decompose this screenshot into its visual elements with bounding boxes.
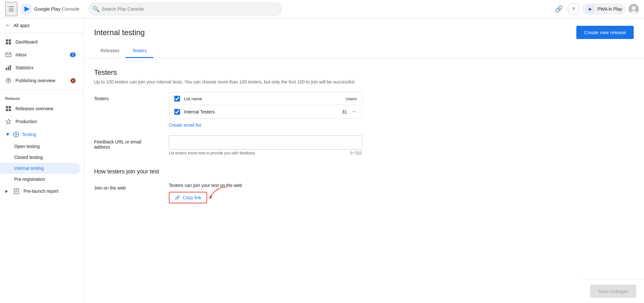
- sidebar-item-inbox[interactable]: Inbox 9: [0, 48, 81, 61]
- testers-header-checkbox[interactable]: [174, 96, 180, 102]
- create-release-button[interactable]: Create new release: [576, 26, 634, 39]
- testers-table-header: List name Users: [169, 93, 362, 105]
- inbox-icon: [5, 52, 12, 58]
- releases-overview-icon: [5, 105, 12, 112]
- dashboard-label: Dashboard: [15, 39, 38, 44]
- sidebar-item-open-testing[interactable]: Open testing: [0, 141, 81, 152]
- app-icon: ▶: [586, 5, 595, 14]
- save-changes-button[interactable]: Save changes: [590, 285, 636, 298]
- feedback-char-count: 0 / 512: [350, 151, 362, 155]
- save-bar: Save changes: [582, 279, 644, 303]
- feedback-hint-row: Let testers know how to provide you with…: [169, 151, 362, 155]
- sidebar-item-publishing-overview[interactable]: Publishing overview 🔕: [0, 74, 81, 87]
- sidebar-item-statistics[interactable]: Statistics: [0, 61, 81, 74]
- svg-rect-18: [9, 109, 11, 111]
- sidebar-item-pre-launch[interactable]: ▶ Pre-launch report: [0, 185, 81, 198]
- production-label: Production: [15, 119, 37, 124]
- sidebar-item-testing[interactable]: ▼ Testing: [0, 128, 81, 141]
- copy-link-button[interactable]: 🔗 Copy link: [169, 192, 207, 203]
- all-apps-label: All apps: [14, 23, 30, 28]
- svg-rect-16: [9, 106, 11, 108]
- search-input[interactable]: [89, 3, 282, 15]
- testing-arrow-icon: ▼: [5, 132, 10, 137]
- app-info[interactable]: ▶ PWA in Play: [582, 3, 626, 15]
- create-email-list-link[interactable]: Create email list: [169, 122, 201, 128]
- open-testing-label: Open testing: [14, 144, 40, 149]
- join-section-title: How testers join your test: [94, 168, 634, 175]
- join-on-web-content: Testers can join your test on the web 🔗 …: [169, 183, 634, 203]
- menu-icon[interactable]: ☰: [5, 2, 17, 16]
- release-section-label: Release: [0, 93, 83, 102]
- feedback-url-input[interactable]: [169, 135, 362, 150]
- closed-testing-label: Closed testing: [14, 155, 43, 160]
- sidebar-item-pre-registration[interactable]: Pre-registration: [0, 174, 81, 185]
- avatar[interactable]: [629, 4, 639, 14]
- join-on-web-desc: Testers can join your test on the web: [169, 183, 634, 188]
- back-icon: ←: [5, 22, 11, 29]
- testing-icon: [13, 131, 19, 138]
- testers-row-checkbox[interactable]: [174, 109, 180, 115]
- internal-testing-label: Internal testing: [14, 166, 44, 171]
- inbox-badge: 9: [70, 53, 76, 57]
- topbar-right: 🔗 ? ▶ PWA in Play: [552, 3, 639, 15]
- main-layout: ← All apps Dashboard Inbox 9: [0, 18, 644, 303]
- tab-testers[interactable]: Testers: [126, 44, 153, 58]
- tester-user-count: 31: [321, 109, 347, 114]
- sidebar-item-internal-testing[interactable]: Internal testing: [0, 163, 81, 174]
- dashboard-icon: [5, 39, 12, 45]
- search-icon: 🔍: [92, 5, 100, 13]
- svg-rect-7: [6, 42, 8, 44]
- feedback-hint-text: Let testers know how to provide you with…: [169, 151, 255, 155]
- pre-launch-label: Pre-launch report: [24, 189, 58, 194]
- feedback-field-content: Let testers know how to provide you with…: [169, 135, 634, 155]
- svg-rect-5: [6, 39, 8, 42]
- app-name: PWA in Play: [597, 6, 622, 12]
- svg-rect-8: [9, 42, 11, 44]
- tester-row-arrow-icon[interactable]: →: [351, 108, 357, 115]
- svg-point-3: [632, 6, 636, 10]
- main-nav: Dashboard Inbox 9 Statistics Publishing: [0, 35, 83, 87]
- publishing-icon: [5, 77, 12, 84]
- testers-field-content: List name Users Internal Testers 31 → Cr…: [169, 92, 634, 128]
- avatar-icon: [629, 4, 639, 14]
- content-body: Testers Up to 100 testers can join your …: [84, 58, 644, 221]
- col-list-name: List name: [184, 96, 324, 101]
- help-icon-button[interactable]: ?: [568, 3, 579, 15]
- statistics-icon: [5, 64, 12, 71]
- sidebar-item-releases-overview[interactable]: Releases overview: [0, 102, 81, 115]
- releases-overview-label: Releases overview: [15, 106, 53, 111]
- release-section: Release Releases overview Production ▼ T…: [0, 93, 83, 198]
- publishing-overview-label: Publishing overview: [15, 78, 55, 83]
- tester-list-name: Internal Testers: [184, 109, 321, 114]
- copy-link-label: Copy link: [183, 195, 201, 200]
- annotation-arrow: [204, 185, 230, 201]
- statistics-label: Statistics: [15, 65, 34, 70]
- svg-rect-6: [9, 39, 11, 42]
- sidebar: ← All apps Dashboard Inbox 9: [0, 18, 84, 303]
- feedback-field-row: Feedback URL or email address Let tester…: [94, 135, 634, 155]
- testers-field-row: Testers List name Users Internal Testers…: [94, 92, 634, 128]
- testing-label: Testing: [22, 132, 36, 137]
- link-icon-button[interactable]: 🔗: [552, 3, 565, 15]
- inbox-label: Inbox: [15, 52, 26, 57]
- production-icon: [5, 118, 12, 125]
- svg-marker-25: [209, 195, 212, 199]
- content-area: Internal testing Create new release Rele…: [84, 18, 644, 303]
- notification-off-icon: 🔕: [70, 78, 76, 83]
- sidebar-item-production[interactable]: Production: [0, 115, 81, 128]
- play-logo-icon: [21, 4, 32, 14]
- arrow-annotation: [204, 185, 230, 202]
- testers-table: List name Users Internal Testers 31 →: [169, 92, 362, 119]
- page-title: Internal testing: [94, 28, 145, 37]
- sidebar-item-dashboard[interactable]: Dashboard: [0, 35, 81, 48]
- feedback-label: Feedback URL or email address: [94, 135, 159, 150]
- tabs-bar: Releases Testers: [84, 44, 644, 58]
- sidebar-item-closed-testing[interactable]: Closed testing: [0, 152, 81, 163]
- logo: Google Play Console: [21, 4, 80, 14]
- col-users: Users: [324, 96, 357, 101]
- table-row: Internal Testers 31 →: [169, 105, 362, 118]
- tab-releases[interactable]: Releases: [94, 44, 126, 58]
- testers-section-title: Testers: [94, 68, 634, 77]
- testers-label: Testers: [94, 92, 159, 101]
- all-apps-button[interactable]: ← All apps: [0, 18, 83, 33]
